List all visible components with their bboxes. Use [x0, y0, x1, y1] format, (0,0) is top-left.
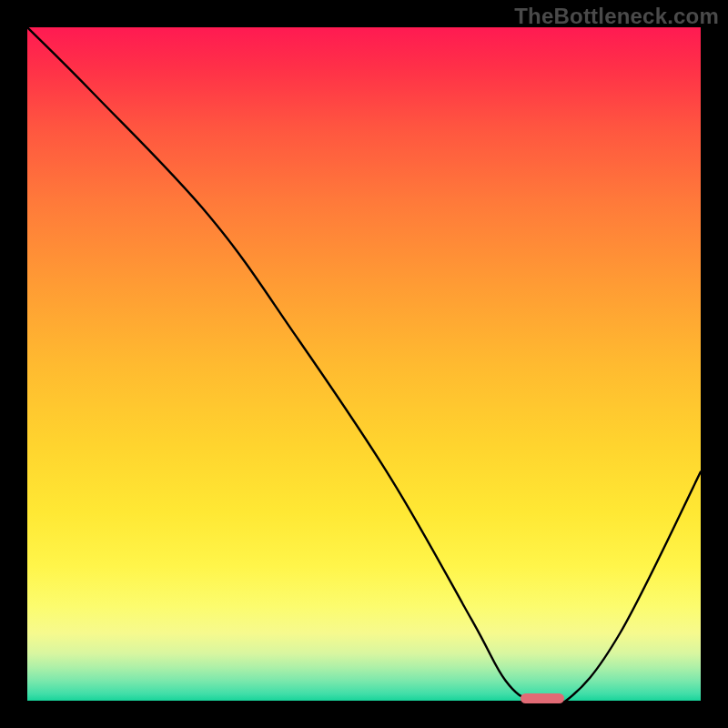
optimal-marker — [521, 693, 564, 703]
watermark-text: TheBottleneck.com — [514, 4, 719, 29]
plot-area — [27, 27, 701, 701]
chart-frame: TheBottleneck.com — [0, 0, 728, 728]
bottleneck-curve — [27, 27, 701, 701]
